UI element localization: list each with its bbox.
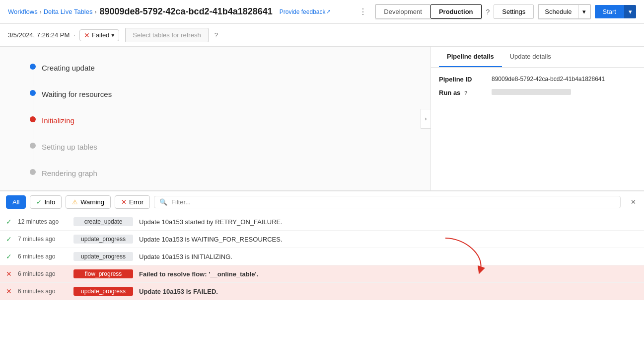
breadcrumb-sep1: › <box>40 8 42 15</box>
search-icon: 🔍 <box>159 198 167 206</box>
step-line-4 <box>33 150 33 166</box>
run-info: 3/5/2024, 7:26:24 PM · ✕ Failed ▾ <box>8 29 119 41</box>
step-label-4: Setting up tables <box>42 141 97 167</box>
collapse-panel-button[interactable]: › <box>421 109 430 129</box>
breadcrumb-workflows[interactable]: Workflows <box>8 8 38 15</box>
top-nav: Workflows › Delta Live Tables › 89009de8… <box>0 0 644 24</box>
log-filter-input[interactable] <box>171 198 615 206</box>
feedback-link[interactable]: Provide feedback ↗ <box>280 8 331 15</box>
log-row-error: ✕ 6 minutes ago flow_progress Failed to … <box>0 265 644 283</box>
step-connector-3 <box>30 114 36 140</box>
panel-tabs: Pipeline details Update details <box>431 47 644 68</box>
right-panel: Pipeline details Update details Pipeline… <box>430 47 644 190</box>
log-msg-4: Failed to resolve flow: '__online_table'… <box>139 270 638 278</box>
mode-group: Development Production <box>375 4 482 19</box>
select-tables-help-icon[interactable]: ? <box>215 31 218 39</box>
tab-pipeline-details[interactable]: Pipeline details <box>439 47 502 67</box>
filter-warning-button[interactable]: ⚠ Warning <box>66 195 111 209</box>
prod-mode-btn[interactable]: Production <box>430 4 482 19</box>
log-status-icon-1: ✓ <box>6 218 12 226</box>
step-connector-4 <box>30 141 36 167</box>
panel-content: Pipeline ID 89009de8-5792-42ca-bcd2-41b4… <box>431 68 644 110</box>
log-status-icon-5: ✕ <box>6 287 12 295</box>
settings-button[interactable]: Settings <box>494 4 534 19</box>
step-waiting-resources: Waiting for resources <box>30 88 411 114</box>
log-time-3: 6 minutes ago <box>18 253 68 260</box>
filter-info-button[interactable]: ✓ Info <box>30 195 62 209</box>
nav-actions: ⋮ Development Production ? Settings Sche… <box>355 4 636 19</box>
failed-status-badge[interactable]: ✕ Failed ▾ <box>79 29 119 41</box>
step-line-2 <box>33 97 33 113</box>
start-label[interactable]: Start <box>595 5 624 18</box>
log-status-icon-2: ✓ <box>6 235 12 243</box>
three-dot-menu[interactable]: ⋮ <box>355 5 371 18</box>
log-type-4: flow_progress <box>73 269 133 278</box>
step-dot-5 <box>30 169 36 175</box>
run-as-row: Run as ? <box>439 89 636 96</box>
step-setting-up-tables: Setting up tables <box>30 141 411 167</box>
close-logs-button[interactable]: ✕ <box>629 196 638 208</box>
step-initializing: Initializing <box>30 114 411 141</box>
log-status-icon-3: ✓ <box>6 253 12 260</box>
log-filter-bar: All ✓ Info ⚠ Warning ✕ Error 🔍 ✕ <box>0 191 644 213</box>
log-table: ✓ 12 minutes ago create_update Update 10… <box>0 213 644 305</box>
step-dot-2 <box>30 90 36 96</box>
step-creating-update: Creating update <box>30 62 411 88</box>
log-msg-3: Update 10a153 is INITIALIZING. <box>139 253 638 260</box>
log-row: ✓ 7 minutes ago update_progress Update 1… <box>0 231 644 248</box>
step-rendering-graph: Rendering graph <box>30 167 411 190</box>
warning-icon: ⚠ <box>72 198 78 206</box>
log-type-3: update_progress <box>73 252 133 261</box>
filter-all-button[interactable]: All <box>6 195 26 209</box>
pipeline-view: Creating update Waiting for resources In… <box>0 47 430 190</box>
select-tables-button[interactable]: Select tables for refresh <box>125 28 208 42</box>
log-row: ✓ 12 minutes ago create_update Update 10… <box>0 213 644 231</box>
breadcrumb-delta-live[interactable]: Delta Live Tables <box>44 8 93 15</box>
step-label-1: Creating update <box>42 62 95 88</box>
step-dot-3 <box>30 116 36 122</box>
start-button-group: Start ▾ <box>595 5 636 18</box>
schedule-label[interactable]: Schedule <box>538 4 577 19</box>
main-content: Creating update Waiting for resources In… <box>0 47 644 191</box>
start-chevron[interactable]: ▾ <box>624 5 636 18</box>
dev-mode-btn[interactable]: Development <box>375 4 430 19</box>
run-as-help-icon[interactable]: ? <box>464 90 468 96</box>
pipeline-title: 89009de8-5792-42ca-bcd2-41b4a1828641 <box>99 6 272 17</box>
run-date: 3/5/2024, 7:26:24 PM <box>8 31 70 39</box>
pipeline-id-label: Pipeline ID <box>439 76 484 83</box>
step-connector-5 <box>30 167 36 175</box>
step-line-3 <box>33 123 33 139</box>
toolbar: 3/5/2024, 7:26:24 PM · ✕ Failed ▾ Select… <box>0 24 644 47</box>
step-label-2: Waiting for resources <box>42 88 112 114</box>
schedule-chevron[interactable]: ▾ <box>578 4 590 19</box>
log-type-2: update_progress <box>73 235 133 244</box>
step-line-1 <box>33 71 33 86</box>
step-connector-1 <box>30 62 36 87</box>
schedule-button-group: Schedule ▾ <box>538 4 590 19</box>
log-msg-5: Update 10a153 is FAILED. <box>139 288 638 295</box>
step-dot-4 <box>30 143 36 149</box>
log-time-2: 7 minutes ago <box>18 236 68 243</box>
log-status-icon-4: ✕ <box>6 270 12 278</box>
log-msg-1: Update 10a153 started by RETRY_ON_FAILUR… <box>139 218 638 226</box>
step-connector-2 <box>30 88 36 114</box>
redacted-value <box>492 89 571 95</box>
breadcrumb-sep2: › <box>94 8 96 15</box>
error-icon: ✕ <box>121 198 127 206</box>
help-icon[interactable]: ? <box>486 8 490 16</box>
failed-label: Failed <box>92 31 109 39</box>
log-time-4: 6 minutes ago <box>18 270 68 277</box>
step-dot-1 <box>30 64 36 70</box>
filter-error-button[interactable]: ✕ Error <box>115 195 150 209</box>
log-time-5: 6 minutes ago <box>18 288 68 295</box>
dot-separator: · <box>73 31 75 39</box>
log-row: ✓ 6 minutes ago update_progress Update 1… <box>0 248 644 265</box>
log-search-box: 🔍 <box>154 196 621 208</box>
tab-update-details[interactable]: Update details <box>502 47 559 67</box>
run-as-label: Run as ? <box>439 89 484 96</box>
failed-chevron: ▾ <box>111 31 115 39</box>
step-label-3: Initializing <box>42 114 74 141</box>
pipeline-id-row: Pipeline ID 89009de8-5792-42ca-bcd2-41b4… <box>439 76 636 83</box>
log-row-error-2: ✕ 6 minutes ago update_progress Update 1… <box>0 283 644 300</box>
log-type-1: create_update <box>73 217 133 226</box>
